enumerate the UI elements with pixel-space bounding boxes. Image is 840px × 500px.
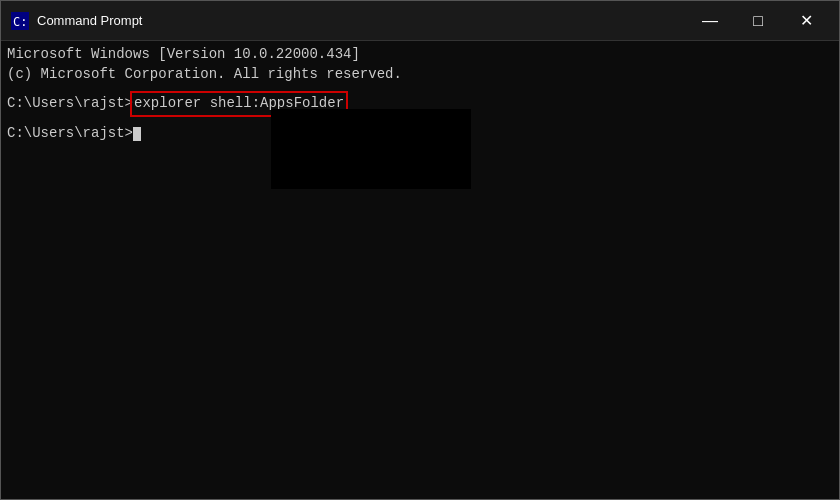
window-title: Command Prompt <box>37 13 687 28</box>
prompt-1: C:\Users\rajst> <box>7 94 133 114</box>
copyright-line: (c) Microsoft Corporation. All rights re… <box>7 65 833 85</box>
cmd-icon: C: <box>11 12 29 30</box>
window-controls: — □ ✕ <box>687 1 829 41</box>
close-button[interactable]: ✕ <box>783 1 829 41</box>
cmd-window: C: Command Prompt — □ ✕ Microsoft Window… <box>0 0 840 500</box>
prompt-2: C:\Users\rajst> <box>7 124 133 144</box>
svg-text:C:: C: <box>13 15 27 29</box>
minimize-button[interactable]: — <box>687 1 733 41</box>
title-bar: C: Command Prompt — □ ✕ <box>1 1 839 41</box>
version-line: Microsoft Windows [Version 10.0.22000.43… <box>7 45 833 65</box>
cursor <box>133 127 141 141</box>
maximize-button[interactable]: □ <box>735 1 781 41</box>
terminal-body[interactable]: Microsoft Windows [Version 10.0.22000.43… <box>1 41 839 499</box>
black-overlay <box>271 109 471 189</box>
